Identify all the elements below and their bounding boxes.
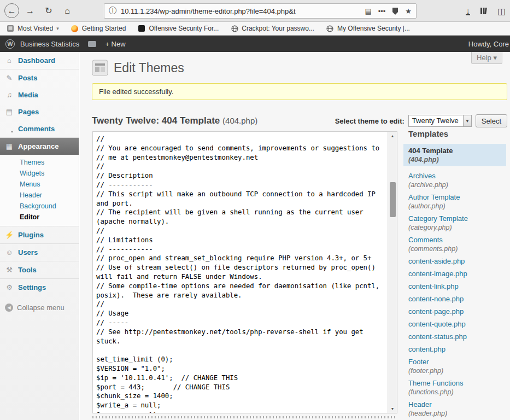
howdy-account-link[interactable]: Howdy, Core bbox=[468, 40, 510, 48]
submenu-item-editor[interactable]: Editor bbox=[0, 212, 79, 223]
templates-heading: Templates bbox=[408, 129, 510, 138]
sidebar-item-posts[interactable]: ✎ Posts bbox=[0, 69, 79, 86]
template-file: (functions.php) bbox=[408, 388, 510, 396]
template-name[interactable]: content-aside.php bbox=[408, 257, 465, 266]
template-item[interactable]: Footer (footer.php) bbox=[408, 357, 510, 375]
template-name[interactable]: content.php bbox=[408, 345, 445, 354]
pocket-icon[interactable] bbox=[392, 8, 398, 15]
template-item[interactable]: content-aside.php bbox=[408, 256, 510, 266]
page-actions-icon[interactable]: ••• bbox=[378, 7, 386, 15]
template-name: 404 Template bbox=[408, 147, 501, 155]
page-title: Edit Themes bbox=[114, 61, 184, 75]
help-label: Help bbox=[477, 54, 491, 62]
sidebar-item-plugins[interactable]: ⚡ Plugins bbox=[0, 226, 79, 243]
template-name[interactable]: Header bbox=[408, 400, 432, 409]
reader-mode-icon[interactable]: ▤ bbox=[365, 7, 371, 15]
sidebar-item-dashboard[interactable]: ⌂ Dashboard bbox=[0, 52, 79, 69]
template-selected-404[interactable]: 404 Template (404.php) bbox=[403, 144, 506, 166]
home-icon[interactable]: ⌂ bbox=[60, 3, 75, 19]
code-textarea[interactable]: // // You are encouraged to send comment… bbox=[93, 132, 388, 413]
sidebar-item-media[interactable]: ♫ Media bbox=[0, 86, 79, 103]
collapse-menu-button[interactable]: ◀ Collapse menu bbox=[0, 304, 79, 312]
sidebar-item-label: Settings bbox=[18, 283, 46, 291]
users-icon: ☺ bbox=[5, 248, 14, 256]
bookmark-getting-started[interactable]: Getting Started bbox=[71, 25, 126, 32]
template-file: (comments.php) bbox=[408, 244, 510, 253]
template-item[interactable]: content-none.php bbox=[408, 294, 510, 304]
submenu-item-menus[interactable]: Menus bbox=[0, 179, 79, 190]
template-file: (archive.php) bbox=[408, 180, 510, 189]
scrollbar-thumb[interactable] bbox=[390, 182, 396, 217]
pages-icon: ▤ bbox=[5, 108, 14, 116]
site-name-link[interactable]: Business Statistics bbox=[20, 40, 79, 48]
template-name[interactable]: content-none.php bbox=[408, 295, 464, 304]
template-file: (category.php) bbox=[408, 223, 510, 232]
template-item[interactable]: Theme Functions (functions.php) bbox=[408, 378, 510, 396]
template-item[interactable]: Category Template (category.php) bbox=[408, 213, 510, 232]
template-item[interactable]: content-status.php bbox=[408, 331, 510, 341]
template-name[interactable]: Author Template bbox=[408, 193, 460, 202]
select-arrow-icon: ▼ bbox=[463, 115, 471, 126]
sidebar-item-appearance[interactable]: ▦ Appearance bbox=[0, 138, 79, 155]
template-name[interactable]: Archives bbox=[408, 172, 436, 180]
sidebar-item-label: Pages bbox=[18, 108, 39, 116]
forward-icon[interactable]: → bbox=[22, 3, 38, 19]
file-heading: Twenty Twelve: 404 Template (404.php) bbox=[92, 115, 257, 126]
template-name[interactable]: content-status.php bbox=[408, 332, 467, 341]
refresh-icon[interactable]: ↻ bbox=[41, 3, 56, 19]
bookmark-star-icon[interactable]: ★ bbox=[405, 7, 412, 15]
bookmark-my-offsec[interactable]: My Offensive Security |... bbox=[326, 25, 410, 32]
site-info-icon[interactable]: ⓘ bbox=[109, 6, 116, 16]
bookmark-crackpot[interactable]: Crackpot: Your passwo... bbox=[231, 25, 314, 32]
library-icon[interactable] bbox=[480, 7, 488, 15]
wordpress-logo-icon[interactable]: W bbox=[5, 39, 15, 49]
help-button[interactable]: Help ▾ bbox=[471, 52, 502, 64]
sidebar-item-tools[interactable]: ⚒ Tools bbox=[0, 261, 79, 278]
wp-admin-menu: ⌂ Dashboard ✎ Posts ♫ Media ▤ Pages Comm… bbox=[0, 52, 79, 420]
template-item[interactable]: content-image.php bbox=[408, 269, 510, 278]
template-item[interactable]: Author Template (author.php) bbox=[408, 192, 510, 211]
sidebar-item-pages[interactable]: ▤ Pages bbox=[0, 103, 79, 120]
sidebar-item-label: Media bbox=[18, 91, 38, 99]
template-item[interactable]: Comments (comments.php) bbox=[408, 235, 510, 253]
template-name[interactable]: content-page.php bbox=[408, 307, 464, 316]
template-name[interactable]: content-image.php bbox=[408, 270, 467, 278]
template-item[interactable]: content-link.php bbox=[408, 281, 510, 291]
sidebar-item-comments[interactable]: Comments bbox=[0, 120, 79, 137]
template-name[interactable]: Footer bbox=[408, 358, 429, 366]
sidebar-toggle-icon[interactable]: ◫ bbox=[497, 6, 506, 16]
success-notice: File edited successfully. bbox=[92, 83, 507, 100]
url-text[interactable]: 10.11.1.234/wp-admin/theme-editor.php?fi… bbox=[121, 7, 358, 15]
template-item[interactable]: Header (header.php) bbox=[408, 399, 510, 418]
sidebar-item-label: Appearance bbox=[18, 142, 58, 150]
submenu-item-header[interactable]: Header bbox=[0, 190, 79, 201]
editor-horizontal-scrollbar[interactable] bbox=[92, 416, 397, 418]
bookmark-most-visited[interactable]: Most Visited ▾ bbox=[7, 25, 59, 32]
scroll-down-icon[interactable]: ▼ bbox=[388, 405, 397, 413]
template-item[interactable]: content-quote.php bbox=[408, 319, 510, 329]
editor-vertical-scrollbar[interactable]: ▲ ▼ bbox=[388, 132, 397, 413]
back-icon[interactable]: ← bbox=[4, 3, 19, 18]
url-bar[interactable]: ⓘ 10.11.1.234/wp-admin/theme-editor.php?… bbox=[104, 3, 417, 19]
template-name[interactable]: Theme Functions bbox=[408, 379, 463, 388]
submenu-item-background[interactable]: Background bbox=[0, 201, 79, 212]
downloads-icon[interactable]: ↓ bbox=[466, 7, 470, 15]
bookmark-offsec-forum[interactable]: Offensive Security For... bbox=[138, 25, 219, 32]
scroll-up-icon[interactable]: ▲ bbox=[388, 132, 397, 140]
sidebar-item-users[interactable]: ☺ Users bbox=[0, 244, 79, 261]
template-item[interactable]: content-page.php bbox=[408, 306, 510, 316]
template-name[interactable]: Comments bbox=[408, 236, 443, 244]
sidebar-item-label: Posts bbox=[18, 74, 37, 82]
theme-select[interactable]: Twenty Twelve ▼ bbox=[408, 115, 472, 127]
template-name[interactable]: content-link.php bbox=[408, 282, 459, 291]
template-name[interactable]: Category Template bbox=[408, 214, 468, 223]
submenu-item-themes[interactable]: Themes bbox=[0, 157, 79, 168]
template-item[interactable]: Archives (archive.php) bbox=[408, 171, 510, 189]
submenu-item-widgets[interactable]: Widgets bbox=[0, 168, 79, 179]
template-item[interactable]: content.php bbox=[408, 344, 510, 354]
template-name[interactable]: content-quote.php bbox=[408, 320, 466, 329]
new-menu-link[interactable]: + New bbox=[105, 40, 125, 48]
comments-bubble-icon[interactable] bbox=[88, 41, 96, 47]
sidebar-item-settings[interactable]: ⚙ Settings bbox=[0, 279, 79, 296]
select-button[interactable]: Select bbox=[476, 114, 507, 127]
